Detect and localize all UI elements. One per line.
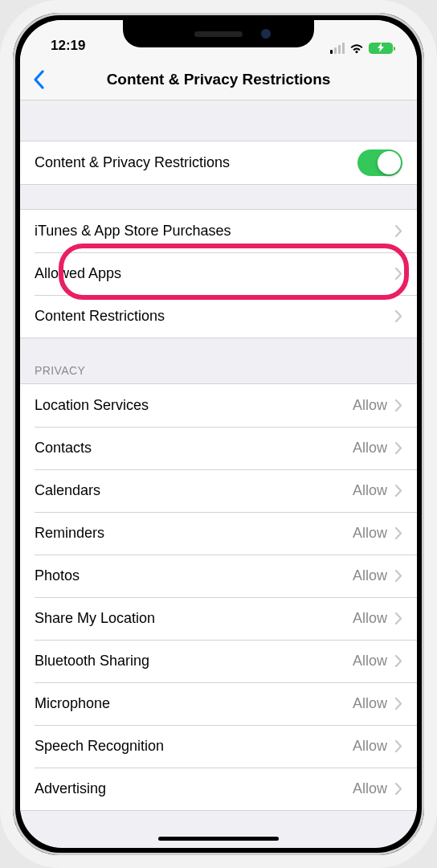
- row-bluetooth-sharing[interactable]: Bluetooth SharingAllow: [20, 640, 417, 682]
- chevron-left-icon: [33, 70, 45, 89]
- chevron-right-icon: [395, 655, 402, 667]
- row-value: Allow: [353, 610, 387, 627]
- row-value: Allow: [353, 482, 387, 499]
- row-label: Content & Privacy Restrictions: [35, 154, 357, 171]
- row-label: Location Services: [35, 397, 353, 414]
- row-value: Allow: [353, 567, 387, 584]
- row-microphone[interactable]: MicrophoneAllow: [20, 682, 417, 725]
- group-toggle: Content & Privacy Restrictions: [20, 141, 417, 185]
- row-contacts[interactable]: ContactsAllow: [20, 427, 417, 469]
- back-button[interactable]: [27, 59, 51, 100]
- chevron-right-icon: [395, 225, 402, 237]
- row-itunes-app-store-purchases[interactable]: iTunes & App Store Purchases: [20, 210, 417, 252]
- row-location-services[interactable]: Location ServicesAllow: [20, 384, 417, 427]
- row-label: Advertising: [35, 780, 353, 797]
- row-label: Bluetooth Sharing: [35, 653, 353, 669]
- row-reminders[interactable]: RemindersAllow: [20, 512, 417, 555]
- row-label: Share My Location: [35, 610, 353, 627]
- row-share-my-location[interactable]: Share My LocationAllow: [20, 597, 417, 640]
- chevron-right-icon: [395, 570, 402, 582]
- row-value: Allow: [353, 525, 387, 542]
- row-label: Photos: [35, 567, 353, 584]
- status-time: 12:19: [41, 38, 85, 57]
- row-calendars[interactable]: CalendarsAllow: [20, 469, 417, 512]
- row-label: Content Restrictions: [35, 308, 395, 325]
- screen: 12:19 Content & Privacy: [20, 20, 417, 848]
- chevron-right-icon: [395, 698, 402, 710]
- group-privacy: Location ServicesAllowContactsAllowCalen…: [20, 383, 417, 811]
- row-allowed-apps[interactable]: Allowed Apps: [20, 252, 417, 295]
- row-label: Calendars: [35, 482, 353, 499]
- row-label: Reminders: [35, 525, 353, 542]
- row-label: Allowed Apps: [35, 265, 395, 282]
- section-header-privacy: PRIVACY: [20, 338, 417, 383]
- content-scroll[interactable]: Content & Privacy Restrictions iTunes & …: [20, 100, 417, 848]
- row-value: Allow: [353, 653, 387, 669]
- chevron-right-icon: [395, 485, 402, 497]
- row-content-privacy-toggle[interactable]: Content & Privacy Restrictions: [20, 141, 417, 184]
- group-purchases: iTunes & App Store PurchasesAllowed Apps…: [20, 209, 417, 338]
- chevron-right-icon: [395, 783, 402, 795]
- row-value: Allow: [353, 738, 387, 755]
- chevron-right-icon: [395, 527, 402, 539]
- battery-icon: [369, 43, 393, 54]
- row-label: iTunes & App Store Purchases: [35, 223, 395, 240]
- row-value: Allow: [353, 397, 387, 414]
- chevron-right-icon: [395, 612, 402, 624]
- nav-bar: Content & Privacy Restrictions: [20, 59, 417, 100]
- row-value: Allow: [353, 695, 387, 712]
- chevron-right-icon: [395, 442, 402, 454]
- chevron-right-icon: [395, 740, 402, 752]
- notch: [123, 20, 314, 47]
- row-advertising[interactable]: AdvertisingAllow: [20, 768, 417, 810]
- row-label: Microphone: [35, 695, 353, 712]
- row-content-restrictions[interactable]: Content Restrictions: [20, 295, 417, 338]
- row-value: Allow: [353, 780, 387, 797]
- cellular-signal-icon: [330, 43, 345, 54]
- row-value: Allow: [353, 440, 387, 457]
- chevron-right-icon: [395, 268, 402, 280]
- wifi-icon: [349, 43, 364, 54]
- row-photos[interactable]: PhotosAllow: [20, 555, 417, 597]
- page-title: Content & Privacy Restrictions: [107, 71, 331, 88]
- row-speech-recognition[interactable]: Speech RecognitionAllow: [20, 725, 417, 768]
- row-label: Speech Recognition: [35, 738, 353, 755]
- toggle-switch[interactable]: [357, 149, 402, 176]
- home-indicator[interactable]: [158, 837, 279, 841]
- chevron-right-icon: [395, 310, 402, 322]
- chevron-right-icon: [395, 399, 402, 411]
- row-label: Contacts: [35, 440, 353, 457]
